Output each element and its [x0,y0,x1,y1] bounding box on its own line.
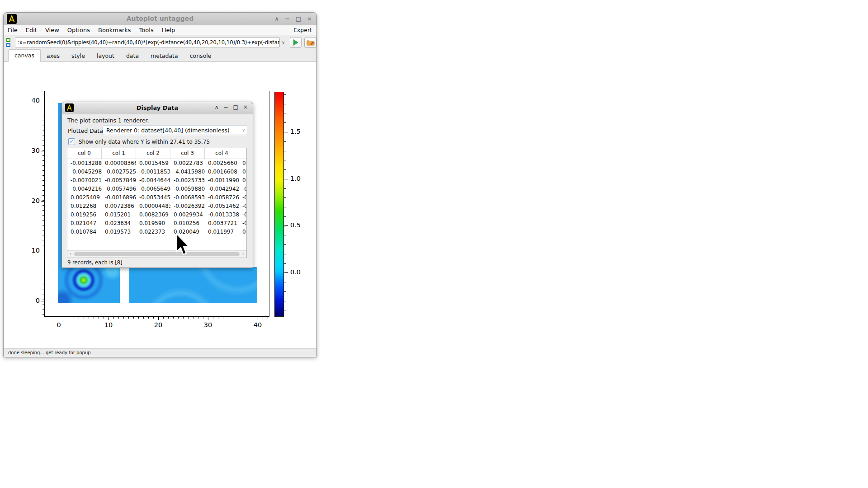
colorbar-tick-label: 1.5 [290,128,301,135]
table-cell: -0.00492163... [67,185,102,193]
window-titlebar[interactable]: Autoplot untagged ∧ − □ × [4,13,316,26]
maximize-button[interactable]: □ [296,14,301,23]
table-cell: 0.00 [239,159,246,168]
table-row[interactable]: -0.00492163...-0.00574966...-0.00656494.… [67,185,246,193]
layer-status-icon [6,43,10,47]
table-cell: 0.0037721 [205,219,239,228]
plotted-data-label: Plotted Data: [68,127,105,134]
dialog-close-button[interactable]: × [243,104,248,110]
scrollbar-thumb[interactable] [74,252,240,256]
filter-checkbox-label: Show only data where Y is within 27.41 t… [79,139,210,145]
close-button[interactable]: × [307,14,312,23]
scroll-left-icon[interactable]: ‹ [68,251,73,257]
column-header[interactable] [239,148,246,159]
dialog-minimize-button[interactable]: − [224,104,228,110]
tab-axes[interactable]: axes [41,50,66,62]
y-tick [41,151,44,151]
colorbar[interactable] [274,92,284,317]
table-cell: 0.019573 [102,228,136,236]
table-row[interactable]: 0.0122680.00723860.000044839-0.00263926.… [67,202,246,211]
column-header[interactable]: col 0 [67,148,102,159]
inspect-uri-button[interactable] [304,37,316,48]
table-cell: -0.0 [239,193,246,202]
table-cell: 0.021047 [67,219,102,228]
x-tick-label: 30 [199,321,217,328]
x-tick [258,317,258,320]
y-tick-label: 10 [21,247,40,254]
x-tick-label: 20 [149,321,167,328]
menu-help[interactable]: Help [158,27,179,33]
menu-options[interactable]: Options [63,27,94,33]
table-row[interactable]: -0.00132880...0.0000836620.00154590.0022… [67,159,246,168]
table-row[interactable]: 0.0192560.0152010.00823690.0029934-0.001… [67,211,246,219]
filter-checkbox[interactable]: ✓ [68,138,75,145]
table-cell: 0.0029934 [170,211,205,219]
data-table[interactable]: col 0col 1col 2col 3col 4 -0.00132880...… [67,148,247,258]
table-cell: 0.0016608 [205,168,239,176]
table-row[interactable]: 0.0210470.0236340.0195900.0102560.003772… [67,219,246,228]
column-header[interactable]: col 3 [170,148,205,159]
tab-style[interactable]: style [66,50,91,62]
table-row[interactable]: -0.00452980...-0.00275250...-0.00118539.… [67,168,246,176]
tab-canvas[interactable]: canvas [8,49,41,62]
scroll-right-icon[interactable]: › [241,251,246,257]
column-header[interactable]: col 1 [102,148,136,159]
horizontal-scrollbar[interactable]: ‹ › [67,250,246,258]
y-axis-minor-ticks [42,96,44,315]
menu-view[interactable]: View [41,27,63,33]
dialog-shade-button[interactable]: ∧ [215,104,219,110]
table-cell: 0.019590 [136,219,170,228]
table-cell: -0.0 [239,185,246,193]
table-cell: -0.00598801... [170,185,205,193]
go-plot-button[interactable] [290,37,302,48]
table-cell: -0.00656494... [136,185,170,193]
shade-button[interactable]: ∧ [274,14,279,23]
table-cell: 0.010784 [67,228,102,236]
tab-metadata[interactable]: metadata [145,50,184,62]
column-header[interactable]: col 2 [136,148,170,159]
table-cell: 0.00 [239,228,246,236]
table-row[interactable]: -0.00700218...-0.00578497...-0.00446446.… [67,176,246,185]
menu-bookmarks[interactable]: Bookmarks [94,27,135,33]
table-cell: 0.000044839 [136,202,170,211]
uri-dropdown-chevron-icon[interactable]: ∨ [280,40,287,45]
plotted-data-combobox[interactable]: Renderer 0: dataset[40,40] (dimensionles… [103,126,247,135]
play-icon [293,39,298,46]
y-tick-label: 20 [21,197,40,204]
table-cell: 0.0022783 [170,159,205,168]
menu-file[interactable]: File [4,27,22,33]
menu-edit[interactable]: Edit [22,27,41,33]
table-cell: 0.0025409 [67,193,102,202]
table-row[interactable]: 0.0025409-0.00168966...-0.00534458...-0.… [67,193,246,202]
table-cell: 0.000083662 [102,159,136,168]
colorbar-tick-label: 1.0 [290,175,301,182]
table-cell: -0.00685931... [170,193,205,202]
colorbar-tick [284,132,288,132]
window-title: Autoplot untagged [4,15,316,22]
column-header[interactable]: col 4 [205,148,239,159]
tab-console[interactable]: console [184,50,217,62]
x-tick [208,317,208,320]
x-tick [158,317,159,320]
x-tick-label: 40 [249,321,267,328]
table-cell: -4.04159805... [170,168,205,176]
dialog-maximize-button[interactable]: □ [233,104,238,110]
table-row[interactable]: 0.0107840.0195730.0223730.0200490.011997… [67,228,246,236]
uri-bar: :x=randomSeed(0)&ripples(40,40)+rand(40,… [4,35,316,50]
table-cell: -0.00429429... [205,185,239,193]
table-header-row: col 0col 1col 2col 3col 4 [67,148,246,159]
y-tick-label: 30 [21,147,40,154]
tab-layout[interactable]: layout [91,50,120,62]
tab-data[interactable]: data [120,50,145,62]
table-cell: -0.00133386... [205,211,239,219]
records-status: 9 records, each is [8] [67,259,123,266]
uri-input[interactable]: :x=randomSeed(0)&ripples(40,40)+rand(40,… [15,38,280,47]
dialog-titlebar[interactable]: Display Data ∧ − □ × [62,102,253,114]
plotted-data-value: Renderer 0: dataset[40,40] (dimensionles… [106,127,230,134]
y-tick [41,251,44,251]
table-cell: -0.0 [239,211,246,219]
menu-tools[interactable]: Tools [135,27,158,33]
display-data-dialog: Display Data ∧ − □ × The plot contains 1… [61,102,253,268]
expert-mode-label[interactable]: Expert [293,27,312,33]
minimize-button[interactable]: − [285,14,290,23]
